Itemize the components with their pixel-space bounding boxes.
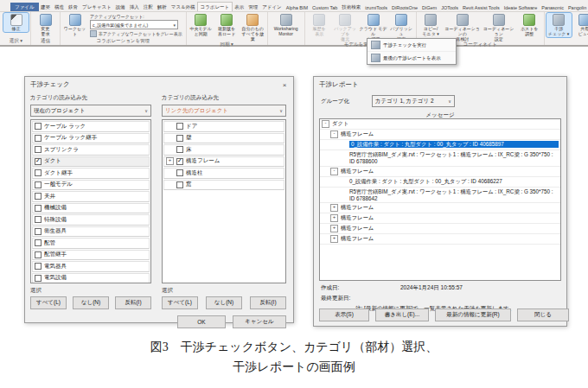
category-checkbox[interactable]	[176, 169, 183, 176]
category-checkbox[interactable]	[35, 216, 42, 223]
tree-expander-icon[interactable]: -	[322, 120, 329, 128]
tree-expander-icon[interactable]: +	[330, 235, 338, 243]
category-row[interactable]: 窓	[163, 180, 284, 191]
selection-button[interactable]: なし(N)	[206, 296, 242, 309]
category-checkbox[interactable]	[35, 251, 42, 258]
tree-expander-icon[interactable]: +	[330, 225, 338, 232]
ribbon-tab[interactable]: 鉄骨	[67, 3, 80, 11]
interference-tree-row[interactable]: + 構造フレーム	[320, 203, 560, 213]
category-checkbox[interactable]	[176, 123, 183, 130]
interference-tree-row[interactable]: + 構造フレーム	[320, 213, 560, 224]
interference-tree-row[interactable]: 0_設備作業 : ダクト : 丸型ダクト : 00_丸タップ : ID 4068…	[320, 177, 560, 188]
interference-tree-row[interactable]: - 構造フレーム	[320, 167, 560, 177]
worksharing-monitor-button[interactable]: Worksharing Monitor	[270, 13, 303, 37]
category-row[interactable]: + 構造フレーム	[163, 156, 284, 168]
ribbon-tab[interactable]: 設備	[113, 3, 127, 11]
ribbon-tab[interactable]: 表示	[233, 3, 246, 11]
category-row[interactable]: 衛生器具	[32, 226, 150, 238]
selection-button[interactable]: 反転(I)	[115, 296, 151, 309]
category-row[interactable]: 天井	[32, 191, 150, 202]
category-row[interactable]: ダクト継手	[32, 168, 150, 179]
category-checkbox[interactable]	[35, 228, 42, 235]
category-row[interactable]: ケーブル ラック	[32, 121, 150, 132]
interference-tree-row[interactable]: + 構造フレーム	[320, 224, 560, 234]
ribbon-tab[interactable]: Panasonic	[540, 3, 566, 11]
menu-item-show-last-report[interactable]: 最後の干渉レポートを表示	[368, 52, 456, 64]
category-row[interactable]: ドア	[163, 121, 284, 132]
selection-button[interactable]: すべて(L)	[30, 296, 67, 309]
interference-tree-row[interactable]: 0_設備作業 : ダクト : 丸型ダクト : 00_丸タップ : ID 4068…	[320, 140, 560, 150]
category-row[interactable]: 配管	[32, 238, 150, 249]
panel-label-select[interactable]: 選択 ▾	[2, 38, 30, 45]
category-row[interactable]: ケーブル ラック継手	[32, 133, 150, 144]
category-checkbox[interactable]	[176, 146, 183, 153]
category-checkbox[interactable]	[35, 263, 42, 270]
cancel-button[interactable]: キャンセル	[233, 315, 286, 328]
report-button[interactable]: 閉じる	[517, 308, 569, 321]
ribbon-tab[interactable]: DiGem	[420, 3, 439, 11]
ribbon-tab[interactable]: 注釈	[141, 3, 155, 11]
category-checkbox[interactable]	[35, 205, 42, 212]
menu-item-run-interference-check[interactable]: 干渉チェックを実行	[368, 39, 456, 52]
ok-button[interactable]: OK	[177, 315, 226, 328]
ribbon-tab[interactable]: izumiTools	[363, 3, 390, 11]
category-row[interactable]: 特殊設備	[32, 214, 150, 226]
interference-tree-row[interactable]: R5官庁営繕BIM_ダメ案.rvt : ワークセット1 : 構造フレーム : I…	[320, 188, 560, 204]
category-row[interactable]: 床	[163, 144, 284, 156]
selection-button[interactable]: 反転(I)	[250, 296, 286, 309]
category-row[interactable]: 一般モデル	[32, 180, 150, 191]
categories-from-combobox-left[interactable]: 現在のプロジェクト ∨	[30, 105, 151, 117]
ribbon-tab[interactable]: アドイン	[260, 3, 284, 11]
category-checkbox[interactable]	[176, 158, 183, 165]
category-checkbox[interactable]	[35, 146, 42, 153]
interference-tree-row[interactable]: R5官庁営繕BIM_ダメ案.rvt : ワークセット1 : 構造フレーム : I…	[320, 150, 560, 167]
category-row[interactable]: 配管継手	[32, 250, 150, 261]
tree-expander-icon[interactable]: +	[166, 157, 174, 165]
restore-backup-button[interactable]: バックアップを 復元	[333, 13, 358, 41]
reconcile-hosts-button[interactable]: ホストを 調整	[517, 13, 542, 37]
ribbon-tab[interactable]: 建築	[39, 3, 53, 11]
ribbon-tab[interactable]: Ideate Software	[502, 3, 540, 11]
ribbon-tab[interactable]: Alpha BIM	[284, 3, 310, 11]
shared-views-button[interactable]: 共有 ビュー	[572, 13, 588, 37]
ribbon-tab[interactable]: Revit Assist Tools	[461, 3, 502, 11]
tree-expander-icon[interactable]: -	[330, 130, 338, 138]
selection-button[interactable]: すべて(L)	[162, 296, 198, 309]
interference-tree-row[interactable]: + 構造フレーム	[320, 234, 560, 245]
category-checkbox[interactable]	[35, 158, 42, 165]
category-row[interactable]: 電気器具	[32, 261, 150, 272]
ribbon-tab[interactable]: 挿入	[127, 3, 141, 11]
category-checkbox[interactable]	[35, 193, 42, 200]
tree-expander-icon[interactable]: +	[330, 214, 338, 222]
ribbon-tab[interactable]: Custom Tab	[310, 3, 340, 11]
ribbon-tab[interactable]: 解析	[155, 3, 169, 11]
reload-latest-button[interactable]: 最新版を 再ロード	[214, 13, 240, 37]
interference-tree-row[interactable]: - ダクト	[320, 119, 560, 130]
ribbon-tab[interactable]: DiRootsOne	[390, 3, 420, 11]
interference-check-button[interactable]: 干渉 チェック ▾	[546, 13, 572, 37]
report-button[interactable]: 表示(S)	[319, 308, 369, 321]
panel-label-synchronize[interactable]: 同期 ▾	[187, 41, 267, 48]
ribbon-tab[interactable]: プレキャスト	[80, 3, 114, 11]
worksets-button[interactable]: ワークセット	[62, 13, 87, 37]
category-checkbox[interactable]	[176, 181, 183, 188]
report-button[interactable]: 書き出し(E)...	[375, 308, 429, 321]
selection-button[interactable]: なし(N)	[73, 296, 109, 309]
active-workset-combobox[interactable]: c_設備作業(編集できません) ▾	[90, 20, 178, 29]
group-by-combobox[interactable]: カテゴリ 1, カテゴリ 2 ∨	[372, 95, 455, 107]
modify-button[interactable]: 修正	[3, 13, 29, 32]
ribbon-tab[interactable]: ファイル	[10, 3, 39, 11]
ribbon-tab[interactable]: 管理	[246, 3, 260, 11]
category-checkbox[interactable]	[176, 135, 183, 142]
category-checkbox[interactable]	[35, 181, 42, 188]
interference-tree-row[interactable]: - 構造フレーム	[320, 130, 560, 140]
close-icon[interactable]: ×	[278, 81, 291, 89]
category-row[interactable]: 電気設備	[32, 273, 150, 284]
category-row[interactable]: 機械設備	[32, 203, 150, 214]
ribbon-tab[interactable]: 技術検索	[340, 3, 363, 11]
category-checkbox[interactable]	[35, 135, 42, 142]
relinquish-all-button[interactable]: 自分のもの すべてを放棄	[240, 13, 265, 41]
category-row[interactable]: スプリンクラ	[32, 144, 150, 156]
sync-with-central-button[interactable]: 中央モデル と同期	[189, 13, 214, 37]
category-row[interactable]: 構造柱	[163, 168, 284, 179]
